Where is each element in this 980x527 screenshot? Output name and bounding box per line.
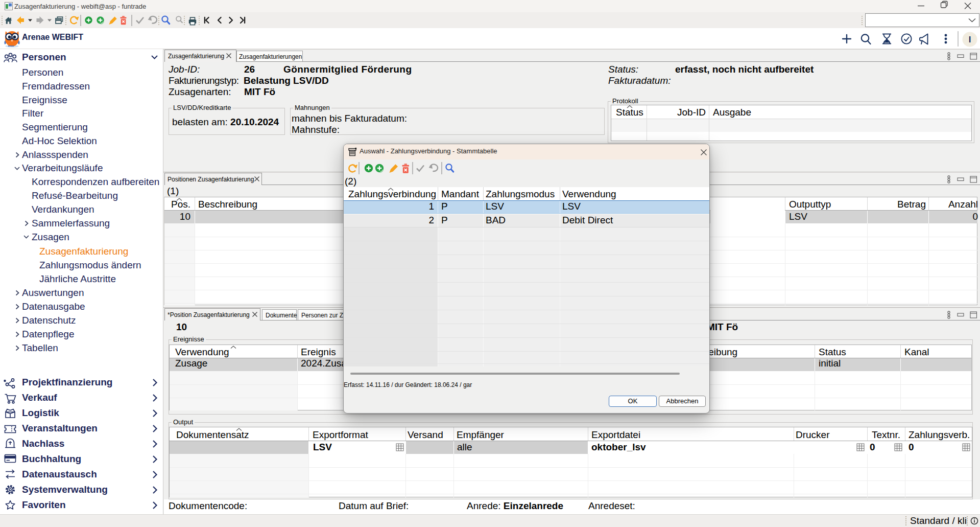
svg-text:I: I — [969, 35, 971, 44]
